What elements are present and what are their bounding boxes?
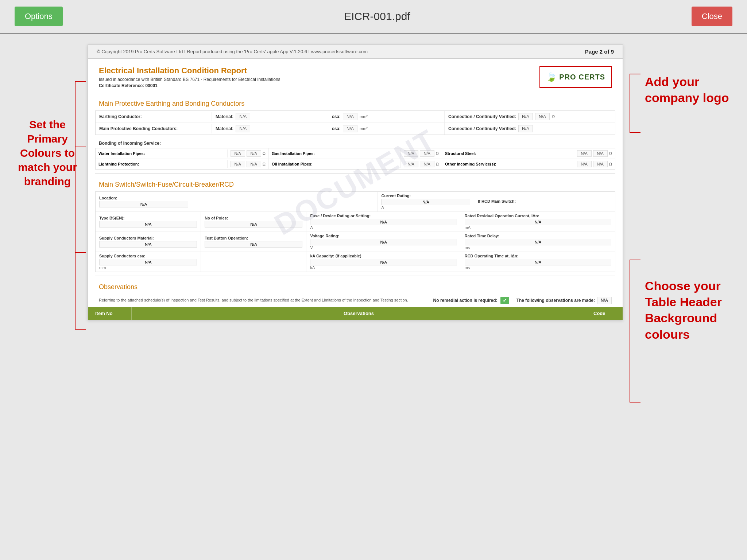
switch-row-2: Type BS(EN): N/A No of Poles: N/A Fuse /… (96, 212, 615, 232)
main-layout: Set the Primary Colours to match your br… (0, 34, 747, 331)
water-pipes-label-cell: Water Installation Pipes: (96, 149, 228, 158)
current-rating-cell: Current Rating: N/A A (378, 192, 474, 211)
bonding-incoming-header: Bonding of Incoming Service: (88, 139, 623, 148)
bonding-material-value: N/A (236, 125, 250, 132)
document-title: EICR-001.pdf (344, 10, 410, 23)
rated-time-value: N/A (465, 239, 611, 245)
options-button[interactable]: Options (15, 7, 63, 26)
connection-val1: N/A (518, 113, 533, 120)
following-obs-value: N/A (597, 297, 612, 304)
right-bracket-bottom-vert (630, 260, 630, 402)
bonding-row-1: Water Installation Pipes: N/A N/A Ω Gas … (96, 148, 615, 159)
bonding-csa-label: csa: (332, 126, 341, 131)
rcd-operating-label: RCD Operating Time at, IΔn: (465, 254, 611, 258)
location-value: N/A (99, 201, 188, 207)
no-remedial-cell: No remedial action is required: ✓ (433, 297, 509, 304)
material-label: Material: (216, 114, 233, 119)
ka-label: kA Capacity: (if applicable) (310, 254, 457, 258)
voltage-rating-value: N/A (310, 239, 457, 245)
add-logo-annotation: Add your company logo (645, 74, 740, 106)
bracket-line-vertical (75, 81, 76, 329)
water-v2: N/A (247, 150, 261, 157)
bonding-connection-value: N/A (518, 125, 533, 132)
copyright-text: © Copyright 2019 Pro Certs Software Ltd … (97, 49, 368, 54)
ka-cell: kA Capacity: (if applicable) N/A kA (306, 252, 461, 272)
connection-cell: Connection / Continuity Verified: N/A N/… (445, 111, 615, 122)
mm2-unit: mm² (360, 114, 368, 119)
choose-colours-annotation: Choose your Table Header Background colo… (645, 278, 740, 342)
gas-pipes-label-cell: Gas Installation Pipes: (269, 149, 401, 158)
main-bonding-label-cell: Main Protective Bonding Conductors: (96, 124, 212, 133)
document-container: © Copyright 2019 Pro Certs Software Ltd … (88, 44, 623, 320)
section-divider-2 (95, 276, 615, 276)
observations-text: Referring to the attached schedule(s) of… (99, 298, 426, 303)
report-main-title: Electrical Installation Condition Report (99, 66, 280, 75)
fuse-device-value: N/A (310, 219, 457, 225)
rcd-switch-info-cell: If RCD Main Switch: (474, 192, 615, 211)
checkmark-icon: ✓ (500, 297, 509, 304)
bonding-row-2: Lightning Protection: N/A N/A Ω Oil Inst… (96, 159, 615, 169)
struct-v1: N/A (577, 150, 592, 157)
other-incoming-label-cell: Other Incoming Service(s): (442, 160, 574, 168)
right-bracket-top-top (630, 74, 640, 74)
add-logo-text: Add your company logo (645, 75, 729, 105)
gas-pipes-values: N/A N/A Ω (401, 148, 442, 159)
ohm-unit1: Ω (552, 114, 555, 119)
section2-title: Main Switch/Switch-Fuse/Circuit-Breaker/… (88, 176, 623, 191)
right-bracket-bottom-top (630, 260, 640, 260)
light-v1: N/A (231, 161, 245, 167)
location-cell: Location: N/A (96, 192, 192, 211)
right-bracket-bottom-bottom (630, 402, 640, 402)
connection-label: Connection / Continuity Verified: (448, 114, 516, 119)
bonding-csa-cell: csa: N/A mm² (328, 123, 445, 135)
cert-reference: Certificate Reference: 00001 (99, 83, 280, 88)
bracket-line-bottom (75, 329, 86, 330)
rated-time-label: Rated Time Delay: (465, 234, 611, 238)
supply-csa-cell: Supply Conductors csa: N/A mm (96, 252, 201, 272)
bonding-material-cell: Material: N/A (212, 123, 328, 135)
supply-mat-cell: Supply Conductors Material: N/A (96, 232, 201, 252)
rated-residual-cell: Rated Residual Operation Current, IΔn: N… (461, 212, 615, 232)
other-incoming-values: N/A N/A Ω (574, 159, 615, 169)
no-poles-label: No of Poles: (205, 216, 302, 220)
supply-mat-value: N/A (99, 241, 197, 248)
main-bonding-label: Main Protective Bonding Conductors: (99, 126, 178, 131)
earthing-material-value: N/A (236, 113, 250, 120)
bonding-connection-cell: Connection / Continuity Verified: N/A (445, 123, 615, 135)
bonding-material-label: Material: (216, 126, 233, 131)
earthing-row: Earthing Conductor: Material: N/A csa: N… (96, 111, 615, 123)
water-v1: N/A (231, 150, 245, 157)
material-cell: Material: N/A (212, 111, 328, 122)
no-poles-value: N/A (205, 221, 302, 228)
item-no-header: Item No (88, 307, 132, 320)
bracket-line-top (75, 81, 86, 82)
observations-header: Observations (132, 307, 586, 320)
switch-row-4: Supply Conductors csa: N/A mm kA Capacit… (96, 252, 615, 272)
section1-title: Main Protective Earthing and Bonding Con… (88, 96, 623, 110)
lightning-label-cell: Lightning Protection: (96, 160, 228, 168)
bracket-line-mid2 (75, 252, 86, 253)
following-obs-cell: The following observations are made: N/A (516, 297, 612, 304)
earthing-label-cell: Earthing Conductor: (96, 112, 212, 121)
voltage-rating-cell: Voltage Rating: N/A V (306, 232, 461, 252)
oil-pipes-values: N/A N/A Ω (401, 159, 442, 169)
observations-row: Referring to the attached schedule(s) of… (88, 294, 623, 307)
rated-residual-label: Rated Residual Operation Current, IΔn: (465, 214, 611, 218)
logo-box: 🍃 PRO CERTS (539, 66, 612, 88)
close-button[interactable]: Close (692, 7, 732, 26)
water-pipes-values: N/A N/A Ω (228, 148, 269, 159)
bonding-row: Main Protective Bonding Conductors: Mate… (96, 123, 615, 135)
structural-values: N/A N/A Ω (574, 148, 615, 159)
report-title-area: Electrical Installation Condition Report… (88, 59, 623, 96)
switch-form: Location: N/A Current Rating: N/A A If R… (95, 191, 615, 272)
report-subtitle: Issued in accordance with British Standa… (99, 77, 280, 82)
if-rcd-label: If RCD Main Switch: (478, 199, 611, 203)
logo-text: PRO CERTS (559, 73, 605, 81)
earthing-form: Earthing Conductor: Material: N/A csa: N… (95, 110, 615, 135)
rated-residual-value: N/A (465, 219, 611, 225)
lightning-values: N/A N/A Ω (228, 159, 269, 169)
other-v2: N/A (593, 161, 608, 167)
oil-v2: N/A (420, 161, 434, 167)
supply-csa-value: N/A (99, 259, 197, 265)
current-rating-label: Current Rating: (381, 194, 470, 198)
